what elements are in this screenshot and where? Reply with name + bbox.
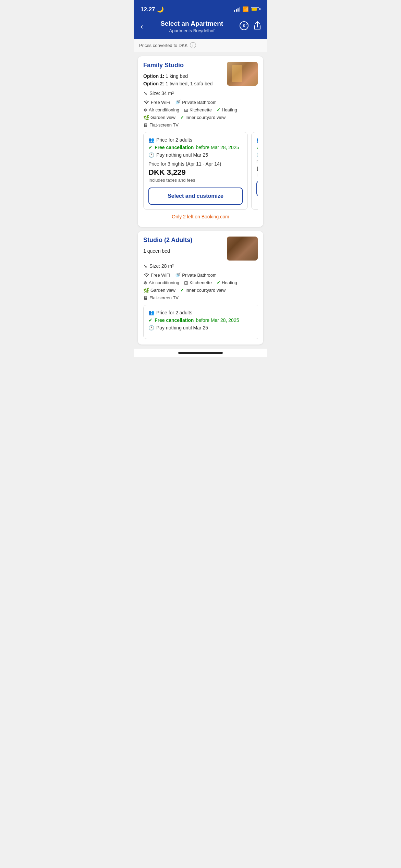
- battery-icon: [251, 7, 260, 11]
- amenity-wifi: Free WiFi: [143, 99, 170, 105]
- amenity2-heating: ✓ Heating: [217, 280, 237, 286]
- free-cancel-row: ✓ Free cancellation before Mar 28, 2025: [148, 145, 243, 150]
- bathroom2-icon: 🚿: [175, 272, 181, 278]
- apt-size-2: ⤡ Size: 28 m²: [143, 263, 258, 269]
- amenity-courtyard: ✓ Inner courtyard view: [180, 115, 226, 120]
- amenity-kitchenette: ⊞ Kitchenette: [184, 107, 212, 113]
- apt-options-2: 1 queen bed: [143, 247, 192, 255]
- signal-icon: [234, 7, 240, 12]
- pricing-card-2-main: 👥 Price for 2 adults ✓ Free cancellation…: [143, 305, 258, 339]
- garden-icon: 🌿: [143, 115, 149, 120]
- apt-options-1: Option 1: 1 king bed Option 2: 1 twin be…: [143, 72, 212, 88]
- amenity-tv: 🖥 Flat-screen TV: [143, 122, 179, 128]
- wifi-amenity-icon: [143, 99, 149, 105]
- amenity-heating: ✓ Heating: [217, 107, 237, 113]
- amenity2-ac: ❄ Air conditioning: [143, 280, 179, 286]
- price-label: Price for 3 nights (Apr 11 - Apr 14): [148, 161, 243, 167]
- availability-notice-1: Only 2 left on Booking.com: [143, 210, 258, 221]
- pricing-card-1-main: 👥 Price for 2 adults ✓ Free cancellation…: [143, 132, 248, 210]
- amenity2-tv: 🖥 Flat-screen TV: [143, 295, 179, 301]
- home-bar: [178, 352, 223, 354]
- amenity2-garden: 🌿 Garden view: [143, 288, 175, 293]
- check2-courtyard-icon: ✓: [180, 288, 184, 293]
- amenity-bathroom: 🚿 Private Bathroom: [175, 99, 216, 105]
- page-title: Select an Apartment: [144, 20, 239, 27]
- status-icons: 📶: [234, 6, 260, 12]
- apartment-card-2: Studio (2 Adults) 1 queen bed ⤡ Size: 28…: [138, 231, 263, 345]
- select-customize-button-1[interactable]: Select and customize: [148, 188, 243, 205]
- currency-icon[interactable]: $: [239, 21, 249, 33]
- apt-header-2: Studio (2 Adults) 1 queen bed: [143, 237, 258, 261]
- price-sub: Includes taxes and fees: [148, 178, 243, 183]
- kitchenette2-icon: ⊞: [184, 280, 188, 286]
- page-subtitle: Apartments Breydelhof: [144, 28, 239, 33]
- free-cancel2-row: ✓ Free cancellation before Mar 28, 2025: [148, 317, 255, 323]
- share-icon[interactable]: [253, 21, 262, 33]
- info-icon[interactable]: i: [190, 42, 196, 48]
- header-title-block: Select an Apartment Apartments Breydelho…: [144, 20, 239, 33]
- amenity2-wifi: Free WiFi: [143, 272, 170, 278]
- header-actions: $: [239, 21, 262, 33]
- amenity-ac: ❄ Air conditioning: [143, 107, 179, 113]
- apt-photo-2: [227, 237, 258, 261]
- ac-amenity-icon: ❄: [143, 107, 147, 113]
- svg-text:$: $: [243, 24, 245, 28]
- amenity2-kitchenette: ⊞ Kitchenette: [184, 280, 212, 286]
- pay-notice2-row: 🕐 Pay nothing until Mar 25: [148, 325, 255, 330]
- apt-size-1: ⤡ Size: 34 m²: [143, 91, 258, 96]
- main-content: Family Studio Option 1: 1 king bed Optio…: [134, 52, 267, 349]
- price-notice-text: Prices converted to DKK: [139, 43, 188, 48]
- size-icon-1: ⤡: [143, 91, 147, 96]
- amenities-2: Free WiFi 🚿 Private Bathroom ❄ Air condi…: [143, 272, 258, 301]
- apt-photo-1: [227, 62, 258, 86]
- pricing-scroll-2: 👥 Price for 2 adults ✓ Free cancellation…: [143, 305, 258, 339]
- pricing-card-1-partial: 👥 Pri ✓ Fre 🕐 Pay Price f DKK ... Includ…: [251, 132, 258, 210]
- tv2-icon: 🖥: [143, 295, 148, 301]
- apt-title-1: Family Studio: [143, 62, 212, 69]
- clock2-icon: 🕐: [148, 325, 154, 330]
- amenity2-courtyard: ✓ Inner courtyard view: [180, 288, 226, 293]
- apt-header-1: Family Studio Option 1: 1 king bed Optio…: [143, 62, 258, 88]
- guests-row: 👥 Price for 2 adults: [148, 137, 243, 143]
- pricing-scroll-1[interactable]: 👥 Price for 2 adults ✓ Free cancellation…: [143, 132, 258, 210]
- ac2-icon: ❄: [143, 280, 147, 286]
- check-cancel-icon: ✓: [148, 145, 153, 150]
- tv-icon: 🖥: [143, 122, 148, 128]
- bathroom-amenity-icon: 🚿: [175, 99, 181, 105]
- wifi-icon: 📶: [242, 6, 249, 12]
- guests-icon: 👥: [148, 137, 154, 143]
- apartment-card-1: Family Studio Option 1: 1 king bed Optio…: [138, 56, 263, 227]
- moon-icon: 🌙: [157, 6, 164, 13]
- bed-type: 1 queen bed: [143, 248, 170, 254]
- guests2-row: 👥 Price for 2 adults: [148, 310, 255, 315]
- price-main: DKK 3,229: [148, 168, 243, 177]
- clock-icon: 🕐: [148, 152, 154, 158]
- check2-cancel-icon: ✓: [148, 317, 153, 323]
- size-icon-2: ⤡: [143, 263, 147, 269]
- header: ‹ Select an Apartment Apartments Breydel…: [134, 17, 267, 39]
- garden2-icon: 🌿: [143, 288, 149, 293]
- check-courtyard-icon: ✓: [180, 115, 184, 120]
- amenities-1: Free WiFi 🚿 Private Bathroom ❄ Air condi…: [143, 99, 258, 128]
- back-button[interactable]: ‹: [139, 21, 144, 33]
- check2-heating-icon: ✓: [217, 280, 220, 285]
- guests2-icon: 👥: [148, 310, 154, 315]
- price-notice: Prices converted to DKK i: [134, 39, 267, 52]
- amenity-garden: 🌿 Garden view: [143, 115, 175, 120]
- status-time: 12.27 🌙: [141, 6, 164, 13]
- check-heating-icon: ✓: [217, 107, 220, 112]
- wifi2-icon: [143, 272, 149, 278]
- pay-notice-row: 🕐 Pay nothing until Mar 25: [148, 152, 243, 158]
- home-indicator: [134, 349, 267, 357]
- apt-title-2: Studio (2 Adults): [143, 237, 192, 244]
- status-bar: 12.27 🌙 📶: [134, 0, 267, 17]
- amenity2-bathroom: 🚿 Private Bathroom: [175, 272, 216, 278]
- kitchenette-icon: ⊞: [184, 107, 188, 113]
